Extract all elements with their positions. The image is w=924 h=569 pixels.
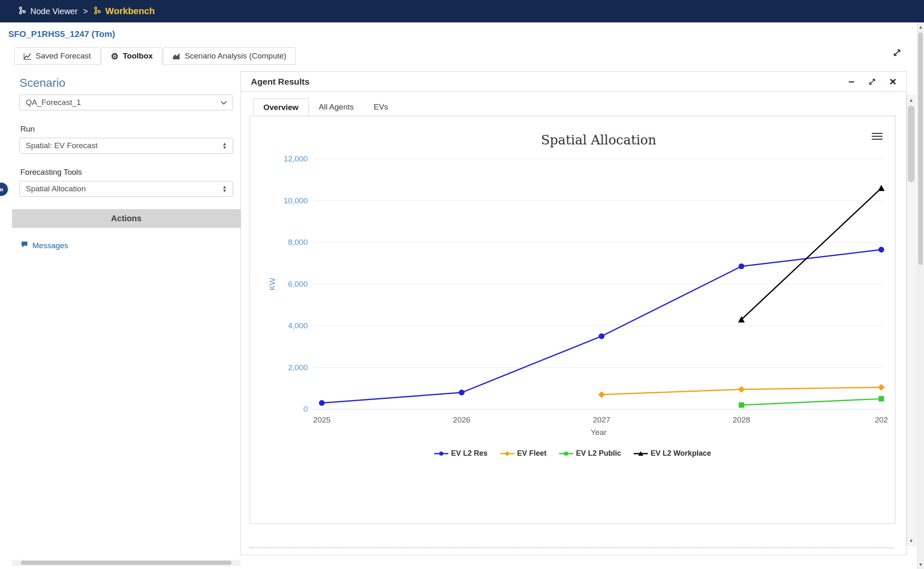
messages-link[interactable]: Messages <box>21 241 241 250</box>
scenario-heading: Scenario <box>19 76 233 90</box>
node-title: SFO_P1RHS5_1247 (Tom) <box>8 29 924 39</box>
svg-text:KW: KW <box>268 278 277 291</box>
workbench-content: Scenario QA_Forecast_1 Run Spatial: EV F… <box>0 65 924 566</box>
agent-results-window: Agent Results − × Overview All Agents EV… <box>241 71 907 555</box>
tab-overview[interactable]: Overview <box>253 98 309 116</box>
legend-marker-icon <box>634 450 648 457</box>
breadcrumb-node-viewer[interactable]: Node Viewer <box>18 6 78 16</box>
tab-saved-forecast[interactable]: Saved Forecast <box>14 47 100 65</box>
main-tab-bar: Saved Forecast ⚙ Toolbox Scenario Analys… <box>0 46 924 65</box>
panel-scrollbar-thumb[interactable] <box>908 105 914 182</box>
svg-text:4,000: 4,000 <box>288 321 308 330</box>
tab-label: Saved Forecast <box>36 51 91 61</box>
legend-marker-icon <box>559 450 573 457</box>
line-chart-icon <box>24 53 32 60</box>
scenario-select[interactable]: QA_Forecast_1 <box>19 95 233 110</box>
breadcrumb-label: Workbench <box>105 6 155 17</box>
legend-item[interactable]: EV L2 Public <box>559 449 621 458</box>
scroll-up-icon[interactable]: ▲ <box>917 22 924 32</box>
gear-icon: ⚙ <box>111 52 119 61</box>
svg-text:Year: Year <box>591 428 607 437</box>
svg-text:Spatial Allocation: Spatial Allocation <box>541 132 657 147</box>
agent-results-header: Agent Results − × <box>241 72 906 92</box>
forecasting-tools-label: Forecasting Tools <box>20 168 233 177</box>
svg-text:2028: 2028 <box>733 415 750 424</box>
svg-text:2,000: 2,000 <box>288 363 308 372</box>
svg-text:2025: 2025 <box>313 415 331 424</box>
tab-label: Toolbox <box>123 51 153 61</box>
scenario-select-value: QA_Forecast_1 <box>26 98 81 107</box>
node-viewer-icon <box>18 6 27 16</box>
legend-marker-icon <box>434 450 448 457</box>
legend-label: EV Fleet <box>517 449 547 458</box>
run-select[interactable]: Spatial: EV Forecast ▲▼ <box>19 138 233 154</box>
svg-text:2026: 2026 <box>453 415 470 424</box>
horizontal-scrollbar-thumb[interactable] <box>21 561 231 565</box>
svg-text:202: 202 <box>875 415 888 424</box>
messages-label: Messages <box>32 241 68 250</box>
chart-menu-icon[interactable] <box>872 131 883 142</box>
svg-text:12,000: 12,000 <box>284 154 308 163</box>
legend-label: EV L2 Workplace <box>651 449 711 458</box>
svg-text:8,000: 8,000 <box>288 238 308 247</box>
message-icon <box>21 241 28 250</box>
legend-item[interactable]: EV L2 Res <box>434 449 488 458</box>
legend-label: EV L2 Public <box>576 449 621 458</box>
forecasting-tools-select[interactable]: Spatial Allocation ▲▼ <box>19 181 233 197</box>
svg-text:6,000: 6,000 <box>288 280 308 288</box>
tab-label: Scenario Analysis (Compute) <box>185 51 286 61</box>
chart-legend: EV L2 ResEV FleetEV L2 PublicEV L2 Workp… <box>250 449 895 458</box>
agent-results-tab-bar: Overview All Agents EVs <box>250 98 895 116</box>
maximize-icon[interactable] <box>868 78 876 86</box>
tab-evs[interactable]: EVs <box>364 98 398 116</box>
breadcrumb-label: Node Viewer <box>30 7 78 16</box>
panel-vertical-scrollbar[interactable]: ▲ ▼ <box>907 95 916 546</box>
agent-results-title: Agent Results <box>251 77 309 87</box>
breadcrumb-workbench[interactable]: Workbench <box>93 6 155 17</box>
breadcrumb-separator: > <box>82 7 89 16</box>
stepper-icon: ▲▼ <box>222 142 227 149</box>
resize-handle-divider[interactable] <box>250 547 894 548</box>
svg-text:10,000: 10,000 <box>284 196 308 205</box>
close-icon[interactable]: × <box>890 76 896 88</box>
legend-item[interactable]: EV L2 Workplace <box>634 449 711 458</box>
page-scrollbar-thumb[interactable] <box>918 32 923 265</box>
spatial-allocation-chart: 02,0004,0006,0008,00010,00012,0002025202… <box>253 125 892 439</box>
run-select-value: Spatial: EV Forecast <box>26 141 97 150</box>
tab-scenario-analysis[interactable]: Scenario Analysis (Compute) <box>163 47 296 65</box>
legend-marker-icon <box>500 450 514 457</box>
stepper-icon: ▲▼ <box>222 185 227 193</box>
chart-panel: 02,0004,0006,0008,00010,00012,0002025202… <box>250 116 895 524</box>
top-navigation-bar: Node Viewer > Workbench <box>0 0 924 22</box>
run-label: Run <box>20 125 233 134</box>
svg-text:2027: 2027 <box>593 415 610 424</box>
tab-toolbox[interactable]: ⚙ Toolbox <box>101 47 162 65</box>
actions-header: Actions <box>12 209 241 228</box>
forecasting-tools-value: Spatial Allocation <box>26 184 86 193</box>
scroll-up-icon[interactable]: ▲ <box>907 95 915 105</box>
scroll-down-icon[interactable]: ▼ <box>907 536 915 545</box>
scroll-down-icon[interactable]: ▼ <box>917 560 924 569</box>
horizontal-scrollbar[interactable] <box>12 560 241 566</box>
scenario-sidebar: Scenario QA_Forecast_1 Run Spatial: EV F… <box>12 65 241 566</box>
area-chart-icon <box>173 53 180 60</box>
legend-item[interactable]: EV Fleet <box>500 449 547 458</box>
tab-all-agents[interactable]: All Agents <box>309 98 364 116</box>
chevron-down-icon <box>221 98 227 107</box>
legend-label: EV L2 Res <box>451 449 488 458</box>
page-vertical-scrollbar[interactable]: ▲ ▼ <box>917 22 924 569</box>
svg-text:0: 0 <box>303 405 308 413</box>
expand-view-icon[interactable] <box>892 48 902 59</box>
minimize-icon[interactable]: − <box>848 76 854 87</box>
workbench-icon <box>93 6 102 16</box>
